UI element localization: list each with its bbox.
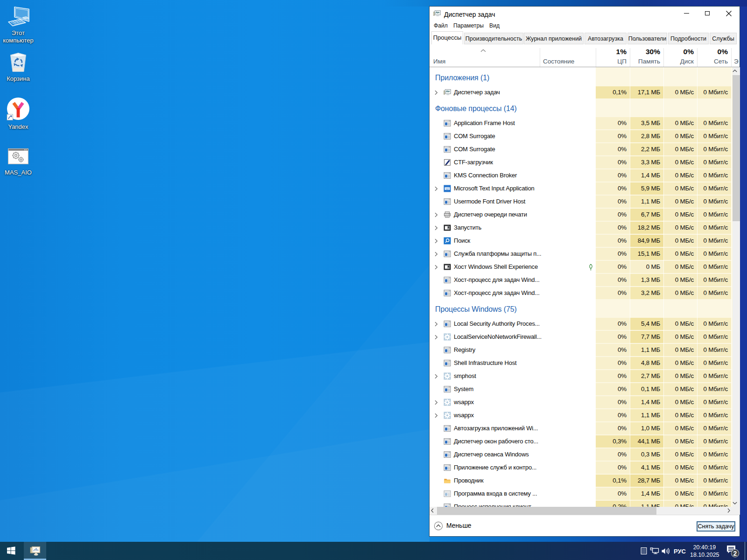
svg-text:2: 2	[733, 550, 737, 557]
